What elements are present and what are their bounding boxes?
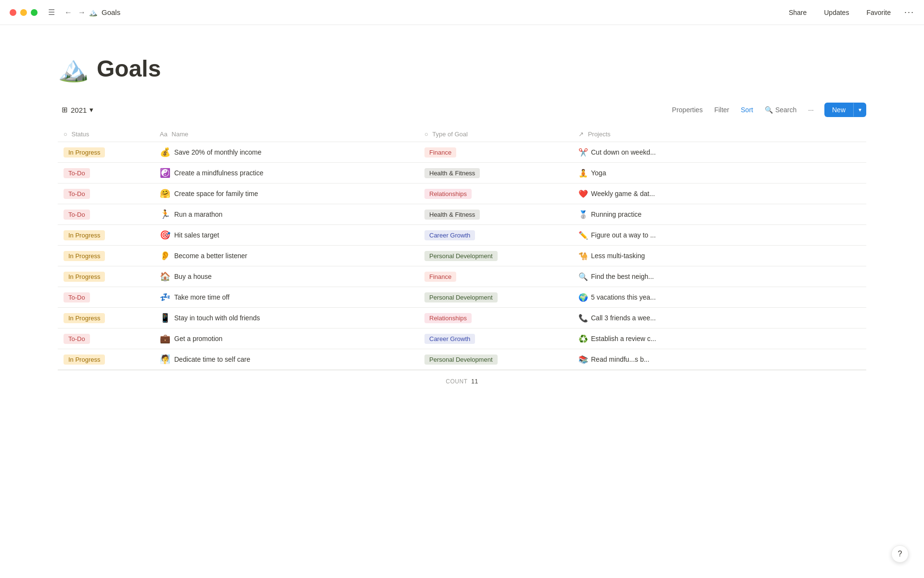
filter-button[interactable]: Filter — [709, 103, 734, 117]
row-icon: 💼 — [160, 333, 170, 344]
minimize-button[interactable] — [20, 9, 27, 16]
project-name: Cut down on weekd... — [591, 148, 656, 156]
status-badge: In Progress — [64, 272, 105, 282]
row-icon: 📱 — [160, 313, 170, 323]
status-badge: In Progress — [64, 147, 105, 158]
more-options-button[interactable]: ··· — [904, 7, 914, 17]
goal-type-cell: Career Growth — [419, 225, 573, 246]
toolbar: ⊞ 2021 ▾ Properties Filter Sort 🔍 Search… — [58, 103, 866, 121]
table-row[interactable]: To-Do 🤗 Create space for family time Rel… — [58, 184, 866, 204]
status-badge: To-Do — [64, 334, 90, 344]
search-label: Search — [775, 106, 796, 114]
titlebar-actions: Share Updates Favorite ··· — [785, 7, 914, 18]
close-button[interactable] — [10, 9, 16, 16]
forward-button[interactable]: → — [75, 6, 89, 19]
table-row[interactable]: In Progress 📱 Stay in touch with old fri… — [58, 308, 866, 328]
row-name: Create a mindfulness practice — [174, 169, 263, 177]
projects-col-icon: ↗ — [578, 131, 584, 138]
goal-type-cell: Relationships — [419, 184, 573, 204]
name-cell: 🤗 Create space for family time — [154, 184, 419, 204]
goal-type-badge: Relationships — [424, 189, 472, 199]
row-icon: 💤 — [160, 292, 170, 302]
sort-label: Sort — [741, 106, 753, 114]
status-cell: In Progress — [58, 142, 154, 163]
goal-type-cell: Personal Development — [419, 349, 573, 370]
table-row[interactable]: In Progress 👂 Become a better listener P… — [58, 246, 866, 266]
name-cell-content: 💤 Take more time off — [160, 292, 413, 302]
table-row[interactable]: To-Do ☯️ Create a mindfulness practice H… — [58, 163, 866, 184]
project-name: Weekly game & dat... — [591, 190, 655, 197]
project-icon: 🐪 — [578, 251, 588, 261]
status-cell: To-Do — [58, 204, 154, 225]
project-name: Figure out a way to ... — [591, 231, 656, 239]
goal-type-col-icon: ○ — [424, 131, 428, 138]
page-header: 🏔️ Goals — [58, 54, 866, 83]
project-cell: ❤️ Weekly game & dat... — [573, 184, 866, 204]
name-cell: 🏠 Buy a house — [154, 266, 419, 287]
project-cell: ✂️ Cut down on weekd... — [573, 142, 866, 163]
row-name: Stay in touch with old friends — [174, 314, 260, 322]
name-cell-content: 🏠 Buy a house — [160, 271, 413, 282]
row-name: Become a better listener — [174, 252, 247, 260]
toolbar-more-button[interactable]: ··· — [803, 103, 819, 117]
goal-type-cell: Finance — [419, 142, 573, 163]
project-name: Running practice — [591, 210, 642, 218]
new-button[interactable]: New — [824, 103, 853, 117]
row-name: Run a marathon — [174, 210, 222, 218]
column-header-projects[interactable]: ↗ Projects — [573, 127, 866, 142]
table-row[interactable]: To-Do 🏃 Run a marathon Health & Fitness … — [58, 204, 866, 225]
project-icon: 🧘 — [578, 169, 588, 178]
status-badge: In Progress — [64, 230, 105, 240]
table-row[interactable]: In Progress 🏠 Buy a house Finance 🔍 Find… — [58, 266, 866, 287]
project-icon: ♻️ — [578, 334, 588, 343]
project-content: 📚 Read mindfu...s b... — [578, 355, 860, 364]
project-icon: ❤️ — [578, 189, 588, 198]
share-button[interactable]: Share — [785, 7, 810, 18]
status-col-icon: ○ — [64, 131, 67, 138]
column-header-name[interactable]: Aa Name — [154, 127, 419, 142]
search-button[interactable]: 🔍 Search — [760, 103, 801, 117]
goal-type-cell: Health & Fitness — [419, 204, 573, 225]
status-cell: To-Do — [58, 184, 154, 204]
table-row[interactable]: To-Do 💤 Take more time off Personal Deve… — [58, 287, 866, 308]
properties-label: Properties — [672, 106, 703, 114]
name-cell: ☯️ Create a mindfulness practice — [154, 163, 419, 184]
favorite-button[interactable]: Favorite — [862, 7, 895, 18]
status-badge: To-Do — [64, 189, 90, 199]
status-cell: In Progress — [58, 246, 154, 266]
project-cell: ♻️ Establish a review c... — [573, 328, 866, 349]
new-dropdown-button[interactable]: ▾ — [854, 103, 866, 117]
properties-button[interactable]: Properties — [667, 103, 707, 117]
column-header-status[interactable]: ○ Status — [58, 127, 154, 142]
page-breadcrumb: 🏔️ Goals — [89, 8, 120, 17]
table-row[interactable]: In Progress 💰 Save 20% of monthly income… — [58, 142, 866, 163]
project-name: Less multi-tasking — [591, 252, 645, 260]
row-icon: 🏠 — [160, 271, 170, 282]
name-cell-content: 🎯 Hit sales target — [160, 230, 413, 240]
row-name: Hit sales target — [174, 231, 219, 239]
table-row[interactable]: In Progress 🎯 Hit sales target Career Gr… — [58, 225, 866, 246]
goal-type-cell: Career Growth — [419, 328, 573, 349]
name-cell-content: 👂 Become a better listener — [160, 250, 413, 261]
view-chevron-icon: ▾ — [90, 105, 93, 114]
updates-button[interactable]: Updates — [820, 7, 853, 18]
column-header-goal-type[interactable]: ○ Type of Goal — [419, 127, 573, 142]
table-row[interactable]: In Progress 🧖 Dedicate time to self care… — [58, 349, 866, 370]
goal-type-cell: Personal Development — [419, 246, 573, 266]
view-selector-button[interactable]: ⊞ 2021 ▾ — [58, 104, 97, 116]
row-icon: 🏃 — [160, 209, 170, 220]
row-name: Buy a house — [174, 273, 212, 280]
goal-type-col-label: Type of Goal — [432, 131, 468, 138]
sidebar-toggle-button[interactable]: ☰ — [45, 6, 58, 19]
back-button[interactable]: ← — [62, 6, 75, 19]
maximize-button[interactable] — [31, 9, 38, 16]
page-title-icon: 🏔️ — [58, 54, 89, 83]
table-row[interactable]: To-Do 💼 Get a promotion Career Growth ♻️… — [58, 328, 866, 349]
project-content: 🧘 Yoga — [578, 169, 860, 178]
sort-button[interactable]: Sort — [736, 103, 758, 117]
goal-type-cell: Personal Development — [419, 287, 573, 308]
status-badge: In Progress — [64, 355, 105, 365]
help-button[interactable]: ? — [891, 545, 909, 563]
project-cell: 🧘 Yoga — [573, 163, 866, 184]
titlebar: ☰ ← → 🏔️ Goals Share Updates Favorite ··… — [0, 0, 924, 25]
